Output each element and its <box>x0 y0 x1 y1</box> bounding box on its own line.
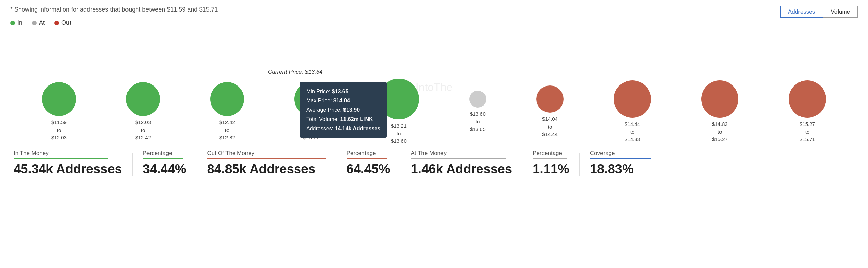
legend-at-label: At <box>39 19 45 26</box>
bubble-6 <box>536 85 564 113</box>
out-label: Out Of The Money <box>207 150 326 157</box>
bubble-container-2[interactable]: $12.42to$12.82 <box>210 82 244 142</box>
coverage-label: Coverage <box>590 150 651 157</box>
chart-area: Current Price: $13.64 $11.59to$12.03$12.… <box>10 35 858 140</box>
bubble-7 <box>614 80 651 118</box>
out-underline <box>207 158 326 159</box>
in-pct-value: 34.44% <box>143 162 186 176</box>
bubble-container-7[interactable]: $14.44to$14.83 <box>614 80 651 143</box>
out-value: 84.85k Addresses <box>207 162 326 176</box>
in-pct-underline <box>143 158 183 159</box>
out-section: Out Of The Money 84.85k Addresses <box>207 150 326 176</box>
in-dot <box>10 21 15 25</box>
in-pct-section: Percentage 34.44% <box>143 150 186 176</box>
legend-out-label: Out <box>61 19 71 26</box>
bubble-label-3: $12.82to$13.21 <box>303 119 319 142</box>
legend-at: At <box>32 19 45 26</box>
divider-6 <box>579 153 580 176</box>
bubble-container-6[interactable]: $14.04to$14.44 <box>536 85 564 138</box>
bubble-label-6: $14.04to$14.44 <box>542 115 558 138</box>
bubble-label-1: $12.03to$12.42 <box>135 119 151 142</box>
in-the-money-label: In The Money <box>14 150 122 157</box>
bubble-label-8: $14.83to$15.27 <box>712 120 728 143</box>
at-section: At The Money 1.46k Addresses <box>411 150 512 176</box>
bubble-container-9[interactable]: $15.27to$15.71 <box>789 80 826 143</box>
at-pct-value: 1.11% <box>533 162 569 176</box>
info-text: * Showing information for addresses that… <box>10 6 858 13</box>
legend-in: In <box>10 19 22 26</box>
at-value: 1.46k Addresses <box>411 162 512 176</box>
in-the-money-section: In The Money 45.34k Addresses <box>14 150 122 176</box>
bubble-8 <box>701 80 738 118</box>
coverage-section: Coverage 18.83% <box>590 150 651 176</box>
bubble-label-2: $12.42to$12.82 <box>219 119 235 142</box>
addresses-toggle-button[interactable]: Addresses <box>780 6 823 18</box>
bubble-1 <box>126 82 160 116</box>
bubble-2 <box>210 82 244 116</box>
divider-3 <box>336 153 336 176</box>
in-pct-label: Percentage <box>143 150 186 157</box>
out-pct-section: Percentage 64.45% <box>347 150 390 176</box>
bubble-container-8[interactable]: $14.83to$15.27 <box>701 80 738 143</box>
out-dot <box>54 21 59 25</box>
toggle-buttons: Addresses Volume <box>780 6 858 18</box>
coverage-value: 18.83% <box>590 162 651 176</box>
bubble-container-3[interactable]: $12.82to$13.21 <box>294 82 328 142</box>
summary-bar: In The Money 45.34k Addresses Percentage… <box>10 150 858 176</box>
bubble-4 <box>378 79 419 119</box>
at-label: At The Money <box>411 150 512 157</box>
at-pct-underline <box>533 158 567 159</box>
bubble-label-5: $13.60to$13.65 <box>470 110 486 133</box>
legend-in-label: In <box>17 19 22 26</box>
bubble-container-5[interactable]: $13.60to$13.65 <box>469 91 486 133</box>
bubble-label-9: $15.27to$15.71 <box>800 120 815 143</box>
out-pct-underline <box>347 158 387 159</box>
bubble-container-1[interactable]: $12.03to$12.42 <box>126 82 160 142</box>
bubbles-row: $11.59to$12.03$12.03to$12.42$12.42to$12.… <box>10 79 858 145</box>
divider-5 <box>522 153 522 176</box>
bubble-container-0[interactable]: $11.59to$12.03 <box>42 82 76 142</box>
volume-toggle-button[interactable]: Volume <box>823 6 858 18</box>
divider-4 <box>400 153 400 176</box>
bubble-5 <box>469 91 486 108</box>
bubble-label-7: $14.44to$14.83 <box>625 120 640 143</box>
main-container: Addresses Volume * Showing information f… <box>0 0 868 183</box>
at-pct-label: Percentage <box>533 150 569 157</box>
at-dot <box>32 21 37 25</box>
divider-2 <box>197 153 197 176</box>
bubble-label-4: $13.21to$13.60 <box>391 122 407 145</box>
at-underline <box>411 158 506 159</box>
bubble-9 <box>789 80 826 118</box>
out-pct-label: Percentage <box>347 150 390 157</box>
in-underline <box>14 158 108 159</box>
legend: In At Out <box>10 19 858 26</box>
at-pct-section: Percentage 1.11% <box>533 150 569 176</box>
bubble-0 <box>42 82 76 116</box>
current-price-label: Current Price: $13.64 <box>268 69 323 75</box>
bubble-3 <box>294 82 328 116</box>
bubble-container-4[interactable]: $13.21to$13.60 <box>378 79 419 145</box>
divider-1 <box>132 153 133 176</box>
legend-out: Out <box>54 19 71 26</box>
out-pct-value: 64.45% <box>347 162 390 176</box>
bubble-label-0: $11.59to$12.03 <box>51 119 67 142</box>
coverage-underline <box>590 158 651 159</box>
in-the-money-value: 45.34k Addresses <box>14 162 122 176</box>
